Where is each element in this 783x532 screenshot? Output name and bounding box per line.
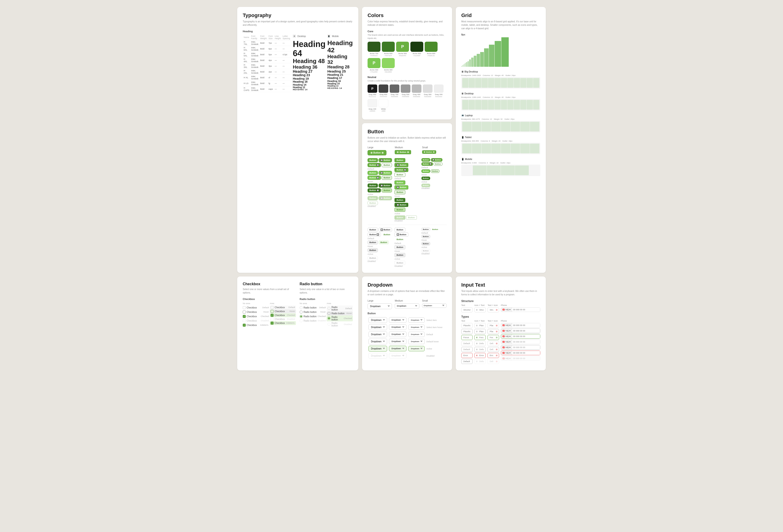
radio-area-hover[interactable] (327, 312, 331, 315)
btn-outline-hover-lg[interactable]: Button (382, 176, 392, 180)
btn-hover-sm[interactable]: Button (421, 169, 430, 173)
phone-number-input[interactable] (512, 307, 540, 312)
btn-secondary-active-sm[interactable]: Button (421, 242, 430, 245)
btn-filled-md[interactable]: Button (395, 158, 405, 162)
phone-disabled-input[interactable] (512, 356, 540, 361)
btn-hover-md[interactable]: Button (395, 180, 405, 185)
checkbox-area-checked[interactable] (271, 314, 274, 317)
btn-secondary-lg[interactable]: Button (368, 228, 378, 232)
cb-row-area[interactable]: Checkbox Hover (270, 309, 296, 313)
default-hover2-input[interactable] (461, 359, 473, 364)
error-input[interactable] (461, 353, 473, 358)
dd-default2[interactable]: Dropdown (369, 332, 387, 337)
dd-disabled[interactable]: Dropdown (369, 353, 387, 359)
btn-hover-lg[interactable]: Button (368, 171, 378, 175)
dd-default2-sm[interactable]: Dropdown (408, 332, 425, 337)
phone-placeholder-input[interactable] (512, 323, 540, 327)
btn-secondary-icon-lg[interactable]: 🔲 Button (379, 228, 392, 232)
btn-secondary-active-lg[interactable]: Button (368, 248, 378, 252)
btn-icon-right-lg[interactable]: Button 🔲 (368, 163, 381, 167)
btn-active-md[interactable]: Button (395, 198, 405, 202)
btn-filled-sm[interactable]: Button (421, 158, 430, 162)
checkbox-unchecked[interactable] (243, 306, 246, 309)
btn-icon-sm[interactable]: 🔲 Button (431, 158, 442, 162)
dd-disabled-md[interactable]: Dropdown (389, 353, 406, 359)
btn-icon-r-hover-lg[interactable]: Button 🔲 (368, 176, 381, 180)
btn-secondary-active-md[interactable]: Button (395, 253, 405, 257)
btn-secondary-disabled-lg[interactable]: Button (368, 256, 378, 260)
btn-active-lg[interactable]: Button (368, 184, 378, 188)
radio-default[interactable] (300, 306, 303, 309)
dd-default-hover[interactable]: Dropdown (369, 339, 387, 344)
default-input[interactable] (461, 341, 473, 346)
dd-active[interactable]: Dropdown (369, 346, 387, 352)
btn-secondary-icon-md[interactable]: 🔲 Button (395, 233, 409, 237)
cb-row-area[interactable]: Checkbox Checked (270, 313, 296, 317)
large-dropdown[interactable]: Dropdown (368, 303, 392, 309)
btn-filled-lg[interactable]: Button (368, 158, 378, 162)
btn-outline-hover-md[interactable]: Button (395, 190, 405, 194)
btn-secondary-md[interactable]: Button (395, 228, 405, 232)
btn-icon-active-md[interactable]: 🔲 Button (395, 203, 409, 207)
medium-button-demo[interactable]: ⊞ Button ⊞ (395, 150, 411, 154)
btn-icon-disabled-lg[interactable]: 🔲 Button (379, 196, 392, 200)
checkbox-area-default[interactable] (271, 306, 274, 309)
medium-dropdown[interactable]: Dropdown (395, 303, 419, 308)
btn-secondary-hover-md[interactable]: Button (395, 245, 405, 249)
cb-row-area[interactable]: − Checkbox Indeterm. (270, 321, 296, 325)
radio-row-area[interactable]: Radio button Default (326, 305, 352, 311)
btn-outline-active-md[interactable]: Button (395, 208, 405, 212)
btn-ghost-sm[interactable]: Button (431, 228, 440, 231)
radio-area-disabled[interactable] (327, 323, 331, 326)
radio-disabled[interactable] (300, 319, 303, 322)
phone-focus-input[interactable] (512, 334, 540, 338)
default-hover-input[interactable] (461, 347, 473, 352)
btn-ghost-lg[interactable]: Button (382, 233, 392, 237)
radio-area-default[interactable] (327, 307, 331, 310)
placeholder-input[interactable] (461, 323, 473, 328)
btn-secondary-icon-r-lg[interactable]: Button 🔲 (368, 233, 381, 237)
phone-error-input[interactable] (512, 351, 540, 355)
btn-outline-md[interactable]: Button (395, 173, 405, 177)
btn-secondary-disabled-md[interactable]: Button (395, 261, 405, 265)
small-dropdown[interactable]: Dropdown (422, 303, 446, 308)
btn-icon-r-active-lg[interactable]: Button 🔲 (368, 188, 381, 193)
radio-row-area[interactable]: Radio button Disabled (326, 321, 352, 327)
btn-icon-r-sm[interactable]: Button 🔲 (421, 162, 433, 166)
checkbox-checked[interactable] (243, 315, 246, 318)
dd-hover-md[interactable]: Dropdown (389, 324, 406, 330)
btn-icon-hover-lg[interactable]: 🔲 Button (379, 171, 392, 175)
btn-secondary-disabled-sm[interactable]: Button (421, 249, 430, 253)
dd-default[interactable]: Dropdown (369, 317, 387, 323)
text-input-structure[interactable] (461, 307, 473, 312)
btn-disabled-sm[interactable]: Button (421, 184, 430, 187)
dd-default-hover-sm[interactable]: Dropdown (408, 339, 425, 344)
focus-input[interactable] (461, 335, 473, 340)
btn-outline-lg[interactable]: Button (382, 163, 392, 167)
checkbox-area-indeterm[interactable]: − (271, 322, 274, 325)
checkbox-area-disabled[interactable] (271, 318, 274, 321)
btn-outline-disabled-lg[interactable]: Button (368, 201, 378, 205)
btn-icon-lg[interactable]: 🔲 Button (379, 158, 392, 162)
checkbox-area-hover[interactable] (271, 310, 274, 313)
btn-secondary-sm[interactable]: Button (421, 228, 430, 231)
btn-icon-md[interactable]: 🔲 Button (395, 163, 409, 167)
cb-row-area[interactable]: Checkbox Default (270, 305, 296, 309)
dd-active-sm[interactable]: Dropdown (408, 346, 425, 351)
btn-icon-active-lg[interactable]: 🔲 Button (379, 184, 392, 188)
radio-row-area[interactable]: Radio button Hover (326, 311, 352, 315)
checkbox-hover[interactable] (243, 310, 246, 313)
btn-icon-hover-md[interactable]: 🔲 Button (395, 185, 409, 190)
btn-outline-sm[interactable]: Button (434, 162, 442, 166)
small-button-demo[interactable]: ⊞ Button ⊞ (422, 150, 436, 154)
btn-icon-r-md[interactable]: Button 🔲 (395, 168, 409, 172)
dd-active-md[interactable]: Dropdown (389, 346, 406, 351)
btn-disabled-lg[interactable]: Button (368, 196, 378, 200)
cb-row-area[interactable]: Checkbox Disabled (270, 317, 296, 321)
btn-secondary-hover-lg[interactable]: Button (368, 240, 378, 244)
phone-default-input[interactable] (512, 340, 540, 344)
btn-ghost-hover-lg[interactable]: Button (379, 240, 389, 244)
btn-outline-active-lg[interactable]: Button (382, 188, 392, 193)
checkbox-indeterminate[interactable]: − (243, 324, 246, 327)
dd-default-sm[interactable]: Dropdown (408, 318, 425, 323)
